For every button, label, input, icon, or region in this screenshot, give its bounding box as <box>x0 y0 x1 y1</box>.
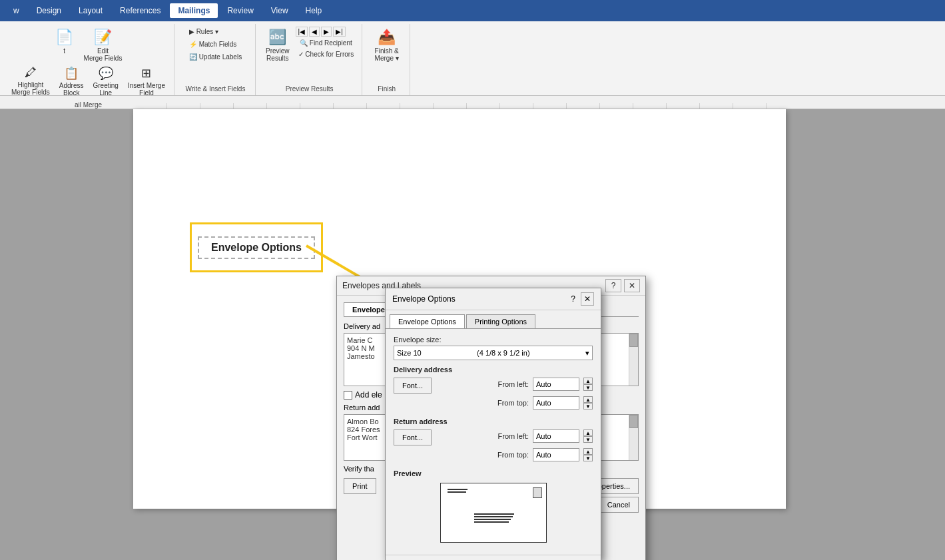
insert-merge-icon: ⊞ <box>141 66 151 81</box>
ribbon-buttons-preview: 🔤 PreviewResults |◀ ◀ ▶ ▶| 🔍 Find Recipi… <box>262 27 356 64</box>
delivery-from-left-up[interactable]: ▲ <box>583 378 593 384</box>
tab-design[interactable]: Design <box>29 3 69 18</box>
t-icon: 📄 <box>55 29 73 46</box>
delivery-from-left-input[interactable]: Auto <box>533 378 579 391</box>
return-address-preview <box>448 489 468 494</box>
ribbon-btn-t[interactable]: 📄 t <box>51 27 78 57</box>
delivery-from-top-input[interactable]: Auto <box>533 396 579 410</box>
main-area: Envelope Options Envelopes and Labels ? … <box>0 109 945 560</box>
return-from-left-input[interactable]: Auto <box>533 429 579 443</box>
delivery-scrollbar <box>629 334 638 386</box>
nav-first[interactable]: |◀ <box>296 27 308 37</box>
delivery-address-section-label: Delivery address <box>394 366 593 374</box>
ribbon-btn-update[interactable]: 🔄 Update Labels <box>186 52 244 62</box>
env-tab-printing-options[interactable]: Printing Options <box>466 314 535 328</box>
t-label: t <box>63 47 65 55</box>
return-from-left-spin[interactable]: ▲ ▼ <box>583 429 593 443</box>
ribbon-btn-check-errors[interactable]: ✓ Check for Errors <box>296 49 357 59</box>
tab-view[interactable]: View <box>263 3 296 18</box>
env-dialog-title-right: ? ✕ <box>571 292 594 306</box>
greeting-icon: 💬 <box>99 66 113 81</box>
address-icon: 📋 <box>64 66 79 81</box>
return-from-top-down[interactable]: ▼ <box>583 455 593 461</box>
ribbon-nav-row: |◀ ◀ ▶ ▶| <box>296 27 357 37</box>
envelopes-labels-close-btn[interactable]: ✕ <box>624 279 640 292</box>
tab-help[interactable]: Help <box>298 3 330 18</box>
delivery-address-section: Delivery address Font... From left: Auto… <box>394 366 593 412</box>
delivery-address-preview <box>474 513 514 524</box>
ribbon-btn-greeting[interactable]: 💬 GreetingLine <box>90 64 122 99</box>
highlight-label: HighlightMerge Fields <box>11 81 50 96</box>
ribbon-btn-address[interactable]: 📋 AddressBlock <box>56 64 87 99</box>
delivery-line-preview-1 <box>474 513 514 515</box>
tab-review[interactable]: Review <box>219 3 261 18</box>
delivery-from-fields: From left: Auto ▲ ▼ From top: Auto ▲ <box>497 378 593 412</box>
preview-results-label: PreviewResults <box>266 47 290 62</box>
envelope-options-dialog[interactable]: Envelope Options ? ✕ Envelope Options Pr… <box>385 288 601 560</box>
ribbon-btn-edit-merge[interactable]: 📝 EditMerge Fields <box>81 27 126 64</box>
envelope-size-chevron: ▾ <box>585 349 589 358</box>
env-tab-envelope-options[interactable]: Envelope Options <box>390 314 465 328</box>
return-from-fields: From left: Auto ▲ ▼ From top: Auto ▲ <box>497 429 593 464</box>
font-btn-delivery[interactable]: Font... <box>394 378 432 394</box>
greeting-label: GreetingLine <box>93 82 119 97</box>
tab-mailings[interactable]: Mailings <box>170 3 218 18</box>
ribbon-buttons-write: ▶ Rules ▾ ⚡ Match Fields 🔄 Update Labels <box>186 27 244 62</box>
finish-merge-icon: 📤 <box>378 29 396 46</box>
delivery-from-top-down[interactable]: ▼ <box>583 403 593 410</box>
ribbon-buttons-highlight: 🖍 HighlightMerge Fields 📋 AddressBlock 💬… <box>8 64 168 99</box>
tab-layout[interactable]: Layout <box>71 3 111 18</box>
return-from-left-up[interactable]: ▲ <box>583 429 593 436</box>
return-from-top-spin[interactable]: ▲ ▼ <box>583 448 593 461</box>
envelope-size-row: Envelope size: Size 10 (4 1/8 x 9 1/2 in… <box>394 336 593 360</box>
ribbon-btn-find-recipient[interactable]: 🔍 Find Recipient <box>296 38 357 48</box>
return-address-controls: Font... From left: Auto ▲ ▼ From top: <box>394 429 593 464</box>
preview-area <box>394 483 593 543</box>
envelope-size-select[interactable]: Size 10 (4 1/8 x 9 1/2 in) ▾ <box>394 346 593 360</box>
ribbon-btns-nav: |◀ ◀ ▶ ▶| 🔍 Find Recipient ✓ Check for E… <box>296 27 357 59</box>
ribbon-group-mailmerge-label: ail Merge <box>75 99 102 109</box>
ribbon-group-write: ▶ Rules ▾ ⚡ Match Fields 🔄 Update Labels… <box>176 24 256 95</box>
finish-merge-label: Finish &Merge ▾ <box>375 47 399 62</box>
font-btn-return[interactable]: Font... <box>394 429 432 445</box>
update-label: 🔄 Update Labels <box>189 53 242 61</box>
return-address-section: Return address Font... From left: Auto ▲… <box>394 418 593 464</box>
ribbon-btn-rules[interactable]: ▶ Rules ▾ <box>186 27 221 37</box>
env-close-btn[interactable]: ✕ <box>581 292 594 306</box>
ribbon-btn-match[interactable]: ⚡ Match Fields <box>186 39 239 49</box>
return-from-top-label: From top: <box>497 451 529 459</box>
tab-w[interactable]: w <box>5 3 27 18</box>
envelope-size-spacer: (4 1/8 x 9 1/2 in) <box>422 349 585 357</box>
highlight-icon: 🖍 <box>25 66 37 80</box>
ribbon-group-mailmerge: 📄 t 📝 EditMerge Fields 🖍 HighlightMerge … <box>3 24 174 95</box>
ribbon: 📄 t 📝 EditMerge Fields 🖍 HighlightMerge … <box>0 21 945 96</box>
bg-print-btn[interactable]: Print <box>344 478 376 494</box>
delivery-address-controls: Font... From left: Auto ▲ ▼ From top: <box>394 378 593 412</box>
nav-last[interactable]: ▶| <box>333 27 346 37</box>
delivery-from-top-label: From top: <box>497 399 529 407</box>
return-from-left-down[interactable]: ▼ <box>583 436 593 443</box>
ribbon-btn-insert-merge[interactable]: ⊞ Insert MergeField <box>125 64 168 99</box>
add-electronic-checkbox[interactable] <box>344 391 352 400</box>
check-errors-label: ✓ Check for Errors <box>298 51 354 58</box>
return-from-top-up[interactable]: ▲ <box>583 448 593 455</box>
bg-cancel-btn[interactable]: Cancel <box>599 497 639 513</box>
delivery-from-top-spin[interactable]: ▲ ▼ <box>583 396 593 410</box>
ribbon-group-write-label: Write & Insert Fields <box>186 83 246 93</box>
ribbon-btn-highlight[interactable]: 🖍 HighlightMerge Fields <box>8 64 53 98</box>
env-help-btn[interactable]: ? <box>571 294 575 304</box>
return-scrollbar <box>629 415 638 460</box>
env-dialog-tabs: Envelope Options Printing Options <box>386 310 601 329</box>
delivery-from-top-up[interactable]: ▲ <box>583 396 593 403</box>
nav-next[interactable]: ▶ <box>321 27 332 37</box>
return-from-top-input[interactable]: Auto <box>533 448 579 461</box>
nav-prev[interactable]: ◀ <box>309 27 320 37</box>
delivery-from-left-down[interactable]: ▼ <box>583 384 593 391</box>
delivery-from-left-spin[interactable]: ▲ ▼ <box>583 378 593 391</box>
ribbon-btn-finish-merge[interactable]: 📤 Finish &Merge ▾ <box>372 27 402 64</box>
ribbon-btn-preview-results[interactable]: 🔤 PreviewResults <box>262 27 293 64</box>
ribbon-tabs: w Design Layout References Mailings Revi… <box>5 3 330 18</box>
envelopes-labels-help-btn[interactable]: ? <box>605 279 621 292</box>
tab-references[interactable]: References <box>112 3 168 18</box>
return-line-preview-2 <box>448 491 466 493</box>
